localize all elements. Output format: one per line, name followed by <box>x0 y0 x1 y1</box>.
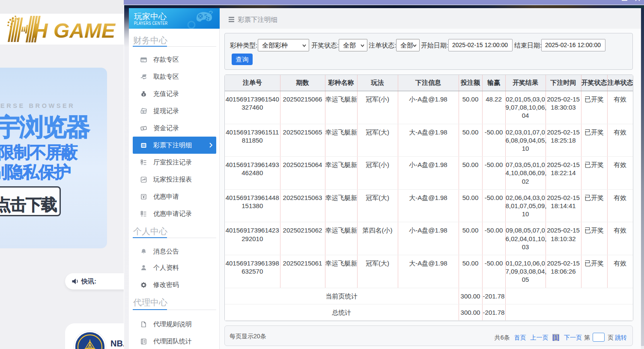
svg-text:H GAME: H GAME <box>33 19 116 42</box>
